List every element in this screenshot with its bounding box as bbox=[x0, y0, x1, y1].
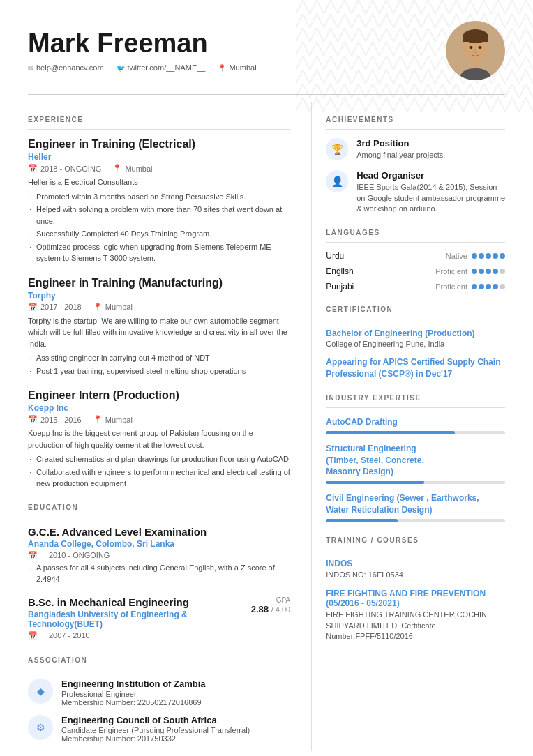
header-left: Mark Freeman ✉ help@enhancv.com 🐦 twitte… bbox=[28, 29, 257, 73]
content-wrapper: Mark Freeman ✉ help@enhancv.com 🐦 twitte… bbox=[0, 0, 533, 756]
lang-right-3: Proficient bbox=[435, 282, 505, 291]
assoc-role-2: Candidate Engineer (Pursuing Professiona… bbox=[61, 726, 250, 734]
exp-desc-1: Heller is a Electrical Consultants bbox=[28, 176, 290, 188]
exp-bullets-3: Created schematics and plan drawings for… bbox=[28, 453, 290, 490]
achiev-title-1: 3rd Position bbox=[356, 138, 445, 149]
dot-1-4 bbox=[493, 253, 498, 259]
edu-bullet-1-1: A passes for all 4 subjects including Ge… bbox=[28, 562, 290, 585]
twitter-icon: 🐦 bbox=[117, 64, 125, 72]
lang-level-1: Native bbox=[446, 252, 467, 260]
assoc-item-2: ⚙ Engineering Council of South Africa Ca… bbox=[28, 715, 290, 743]
loc-icon-3: 📍 bbox=[93, 415, 103, 424]
exp-meta-1: 📅 2018 - ONGOING 📍 Mumbai bbox=[28, 164, 290, 173]
bullet-2-1: Assisting engineer in carrying out 4 met… bbox=[28, 352, 290, 364]
dot-2-1 bbox=[472, 269, 477, 274]
exp-date-1: 📅 2018 - ONGOING bbox=[28, 164, 101, 173]
trophy-icon: 🏆 bbox=[331, 144, 343, 155]
edu-meta-2: 📅 2007 - 2010 bbox=[28, 631, 244, 640]
calendar-icon-2: 📅 bbox=[28, 303, 38, 312]
skill-name-3: Civil Engineering (Sewer , Earthworks,Wa… bbox=[326, 492, 505, 516]
bullet-1-3: Successfully Completed 40 Days Training … bbox=[28, 228, 290, 240]
skill-bar-fill-1 bbox=[326, 431, 455, 434]
exp-item-1: Engineer in Training (Electrical) Heller… bbox=[28, 138, 290, 264]
edu-school-2: Bangladesh University of Engineering & T… bbox=[28, 610, 244, 629]
edu-school-1: Ananda College, Colombo, Sri Lanka bbox=[28, 539, 290, 549]
association-section-title: ASSOCIATION bbox=[28, 656, 290, 664]
exp-bullets-1: Promoted within 3 months based on Strong… bbox=[28, 191, 290, 264]
achiev-desc-2: IEEE Sports Gala(2014 & 2015), Session o… bbox=[356, 182, 505, 214]
email-text: help@enhancv.com bbox=[36, 63, 104, 72]
training-title-1: INDOS bbox=[326, 559, 505, 568]
person-icon: 👤 bbox=[331, 176, 343, 187]
loc-icon-2: 📍 bbox=[93, 303, 103, 312]
assoc-role-1: Professional Engineer bbox=[61, 690, 206, 698]
expertise-divider bbox=[326, 407, 505, 408]
assoc-name-2: Engineering Council of South Africa bbox=[61, 715, 250, 725]
education-section-title: EDUCATION bbox=[28, 504, 290, 511]
exp-title-3: Engineer Intern (Production) bbox=[28, 389, 290, 402]
skill-item-2: Structural Engineering(Timber, Steel, Co… bbox=[326, 443, 505, 484]
avatar bbox=[446, 21, 505, 80]
edu-gpa-row: B.Sc. in Mechanical Engineering Banglade… bbox=[28, 596, 290, 642]
lang-level-2: Proficient bbox=[435, 267, 467, 275]
header-contacts: ✉ help@enhancv.com 🐦 twitter.com/__NAME_… bbox=[28, 63, 257, 72]
cert-section-title: CERTIFICATION bbox=[326, 305, 505, 313]
exp-date-2: 📅 2017 - 2018 bbox=[28, 303, 82, 312]
exp-location-1: 📍 Mumbai bbox=[112, 164, 152, 173]
training-item-2: FIRE FIGHTING AND FIRE PREVENTION (05/20… bbox=[326, 589, 505, 642]
bullet-3-2: Collaborated with engineers to perform m… bbox=[28, 467, 290, 490]
lang-item-3: Punjabi Proficient bbox=[326, 282, 505, 292]
exp-company-3: Koepp Inc bbox=[28, 403, 290, 413]
bullet-2-2: Post 1 year training, supervised steel m… bbox=[28, 365, 290, 377]
header-divider bbox=[28, 94, 505, 95]
lang-item-2: English Proficient bbox=[326, 266, 505, 276]
exp-date-3: 📅 2015 - 2016 bbox=[28, 415, 82, 424]
skill-bar-bg-3 bbox=[326, 519, 505, 522]
calendar-icon-edu1: 📅 bbox=[28, 551, 38, 560]
left-column: EXPERIENCE Engineer in Training (Electri… bbox=[28, 102, 311, 751]
skill-name-2: Structural Engineering(Timber, Steel, Co… bbox=[326, 443, 505, 478]
dot-2-2 bbox=[479, 269, 484, 274]
achiev-icon-wrap-1: 🏆 bbox=[326, 138, 348, 160]
assoc-details-2: Engineering Council of South Africa Cand… bbox=[61, 715, 250, 743]
candidate-name: Mark Freeman bbox=[28, 29, 257, 59]
skill-bar-fill-3 bbox=[326, 519, 398, 522]
edu-left-2: B.Sc. in Mechanical Engineering Banglade… bbox=[28, 596, 244, 642]
svg-rect-4 bbox=[463, 36, 488, 42]
svg-rect-7 bbox=[472, 61, 479, 66]
exp-item-2: Engineer in Training (Manufacturing) Tor… bbox=[28, 277, 290, 377]
twitter-text: twitter.com/__NAME__ bbox=[128, 63, 206, 72]
association-divider bbox=[28, 670, 290, 670]
languages-section-title: LANGUAGES bbox=[326, 229, 505, 236]
lang-right-2: Proficient bbox=[435, 267, 505, 275]
achievements-divider bbox=[326, 129, 505, 130]
languages-divider bbox=[326, 242, 505, 243]
lang-name-3: Punjabi bbox=[326, 282, 354, 292]
edu-item-2: B.Sc. in Mechanical Engineering Banglade… bbox=[28, 596, 290, 642]
assoc-icon-wrap-1: ◆ bbox=[28, 679, 53, 704]
loc-icon-1: 📍 bbox=[112, 164, 122, 173]
cert-item-2: Appearing for APICS Certified Supply Cha… bbox=[326, 356, 505, 380]
dot-1-1 bbox=[472, 253, 477, 259]
training-section-title: TRAINING / COURSES bbox=[326, 536, 505, 544]
achiev-details-1: 3rd Position Among final year projects. bbox=[356, 138, 445, 160]
skill-name-1: AutoCAD Drafting bbox=[326, 416, 505, 428]
edu-bullets-1: A passes for all 4 subjects including Ge… bbox=[28, 562, 290, 585]
achiev-item-2: 👤 Head Organiser IEEE Sports Gala(2014 &… bbox=[326, 170, 505, 214]
assoc-icon-wrap-2: ⚙ bbox=[28, 715, 53, 740]
calendar-icon-3: 📅 bbox=[28, 415, 38, 424]
svg-point-6 bbox=[479, 46, 482, 49]
contact-email: ✉ help@enhancv.com bbox=[28, 63, 104, 72]
header: Mark Freeman ✉ help@enhancv.com 🐦 twitte… bbox=[28, 21, 505, 80]
edu-meta-1: 📅 2010 - ONGOING bbox=[28, 551, 290, 560]
exp-desc-3: Koepp Inc is the biggest cement group of… bbox=[28, 428, 290, 451]
edu-title-2: B.Sc. in Mechanical Engineering bbox=[28, 596, 244, 608]
cert-title-1: Bachelor of Engineering (Production) bbox=[326, 328, 505, 340]
achiev-item-1: 🏆 3rd Position Among final year projects… bbox=[326, 138, 505, 160]
location-icon: 📍 bbox=[218, 64, 226, 72]
cert-item-1: Bachelor of Engineering (Production) Col… bbox=[326, 328, 505, 349]
cert-title-2: Appearing for APICS Certified Supply Cha… bbox=[326, 356, 505, 380]
dot-1-5 bbox=[500, 253, 505, 259]
lang-right-1: Native bbox=[446, 252, 505, 260]
gear-icon: ⚙ bbox=[36, 722, 45, 733]
